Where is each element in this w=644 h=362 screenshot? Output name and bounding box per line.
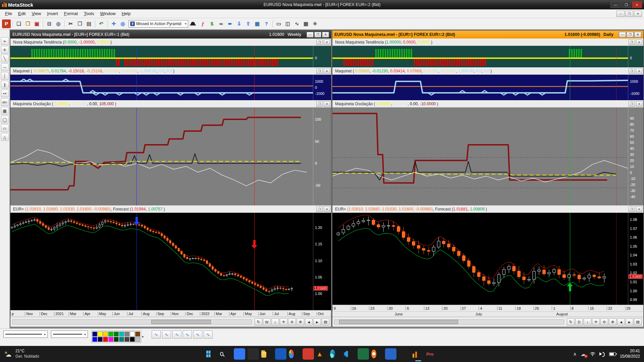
taskbar-bee-app[interactable]: ✱ bbox=[399, 348, 410, 360]
color-swatch[interactable] bbox=[124, 337, 129, 342]
scroll-right-button[interactable]: ► bbox=[626, 318, 633, 325]
pane-restore-button[interactable]: ❐ bbox=[629, 101, 635, 107]
line-style-select[interactable]: ▾ bbox=[3, 330, 48, 338]
rectangle-tool[interactable]: ▭ bbox=[1, 124, 9, 132]
color-swatch[interactable] bbox=[103, 331, 108, 337]
print-preview-button[interactable]: ◎ bbox=[54, 19, 63, 28]
indicator-builder-button[interactable]: ƒ bbox=[199, 19, 207, 28]
chart-template-button-3[interactable]: ∿ bbox=[172, 330, 181, 339]
tray-expand-icon[interactable]: ∧ bbox=[573, 351, 577, 357]
zoom-in-button[interactable]: ⊕ bbox=[297, 318, 304, 325]
taskbar-clock[interactable]: 20:41 15/08/2022 bbox=[620, 349, 640, 359]
open-button[interactable]: ❐ bbox=[23, 19, 32, 28]
app-restore-button[interactable]: ❐ bbox=[621, 1, 631, 8]
window-restore-button[interactable]: ❐ bbox=[627, 32, 634, 38]
window-restore-button[interactable]: ❐ bbox=[314, 32, 321, 38]
chevron-down-icon[interactable]: ▾ bbox=[142, 335, 144, 339]
menu-tools[interactable]: Tools bbox=[81, 10, 97, 17]
child-close-button[interactable]: ✕ bbox=[634, 11, 642, 17]
pan-button[interactable]: ✛ bbox=[280, 318, 287, 325]
undo-button[interactable]: ↶ bbox=[97, 19, 106, 28]
data-window-button[interactable]: ▤ bbox=[322, 318, 329, 325]
horizontal-line-tool[interactable]: ─ bbox=[1, 63, 9, 71]
taskbar-vlc[interactable]: ▲ bbox=[316, 348, 328, 360]
color-swatch[interactable] bbox=[103, 337, 108, 342]
periodicity-button[interactable]: W bbox=[263, 318, 271, 325]
battery-icon[interactable] bbox=[609, 352, 616, 356]
chart-template-button-5[interactable]: ∿ bbox=[193, 330, 202, 339]
workspace-options-button[interactable]: ✳ bbox=[311, 19, 319, 28]
window-close-button[interactable]: ✕ bbox=[322, 32, 329, 38]
color-swatch[interactable] bbox=[135, 337, 140, 342]
save-button[interactable]: ▣ bbox=[33, 19, 41, 28]
menu-format[interactable]: Format bbox=[61, 10, 81, 17]
zoom-out-button[interactable]: ⊖ bbox=[600, 318, 608, 325]
color-swatch[interactable] bbox=[130, 337, 135, 342]
color-swatch[interactable] bbox=[130, 331, 135, 337]
print-button[interactable]: ⊟ bbox=[45, 19, 54, 28]
scroll-right-button[interactable]: ► bbox=[313, 318, 321, 325]
weather-widget[interactable]: ☀☁ 21°C Ger. Nublado bbox=[0, 349, 43, 359]
line-weight-select[interactable]: ▾ bbox=[51, 330, 88, 338]
window-minimize-button[interactable]: — bbox=[619, 32, 626, 38]
pane-restore-button[interactable]: ❐ bbox=[316, 206, 323, 212]
tendencia-chart[interactable] bbox=[10, 46, 313, 67]
menu-edit[interactable]: Edit bbox=[15, 10, 29, 17]
explorer-button[interactable]: ∞ bbox=[217, 19, 225, 28]
taskbar-search-button[interactable] bbox=[220, 348, 231, 360]
pane-close-button[interactable]: ✕ bbox=[636, 68, 642, 74]
scroll-left-button[interactable]: ◄ bbox=[617, 318, 625, 325]
chart-window-titlebar[interactable]: EURUSD Nova Maquineta.mwl - [EUR=] FOREX… bbox=[332, 31, 643, 39]
color-swatch[interactable] bbox=[108, 331, 113, 337]
color-swatch[interactable] bbox=[119, 337, 124, 342]
horizontal-scrollbar[interactable] bbox=[12, 319, 252, 324]
color-swatch[interactable] bbox=[124, 331, 129, 337]
pane-restore-button[interactable]: ❐ bbox=[316, 101, 323, 107]
pane-close-button[interactable]: ✕ bbox=[324, 206, 330, 212]
crosshair-button[interactable]: ✛ bbox=[109, 19, 118, 28]
new-button[interactable]: ❏ bbox=[14, 19, 23, 28]
color-swatch[interactable] bbox=[98, 331, 103, 337]
data-window-button[interactable]: ▤ bbox=[634, 318, 642, 325]
taskbar-metastock[interactable] bbox=[413, 348, 424, 360]
cut-button[interactable]: ✂ bbox=[66, 19, 75, 28]
forecaster-button[interactable]: ➨ bbox=[226, 19, 234, 28]
pane-restore-button[interactable]: ❐ bbox=[629, 206, 635, 212]
color-swatch[interactable] bbox=[92, 337, 97, 342]
triangle-tool[interactable]: △ bbox=[1, 133, 9, 141]
chart-template-button-4[interactable]: ∿ bbox=[183, 330, 192, 339]
color-swatch[interactable] bbox=[108, 337, 113, 342]
window-close-button[interactable]: ✕ bbox=[634, 32, 641, 38]
taskbar-file-explorer[interactable] bbox=[261, 348, 273, 360]
menu-help[interactable]: Help bbox=[119, 10, 134, 17]
taskbar-word[interactable]: W bbox=[275, 348, 286, 360]
crosshair-tool[interactable]: ✛ bbox=[1, 46, 9, 54]
context-help-button[interactable]: ? bbox=[262, 19, 271, 28]
chart-template-button-2[interactable]: ∿ bbox=[162, 330, 171, 339]
app-close-button[interactable]: ✕ bbox=[632, 1, 642, 8]
wifi-icon[interactable] bbox=[590, 352, 595, 356]
color-swatch[interactable] bbox=[135, 331, 140, 337]
oscilacao-chart[interactable] bbox=[10, 108, 313, 205]
tile-vertical-button[interactable]: ◫ bbox=[283, 19, 292, 28]
maquinet-chart[interactable] bbox=[332, 75, 628, 100]
onedrive-error-icon[interactable]: ☁ bbox=[581, 351, 586, 357]
expert-advisor-combo[interactable]: f Missed In Action Pyramid ▾ bbox=[128, 20, 188, 27]
taskbar-grid-app[interactable]: ▦ bbox=[385, 348, 396, 360]
pane-restore-button[interactable]: ❐ bbox=[629, 40, 635, 45]
zoom-out-button[interactable]: ⊖ bbox=[288, 318, 296, 325]
pane-close-button[interactable]: ✕ bbox=[636, 101, 642, 107]
menu-window[interactable]: Window bbox=[97, 10, 118, 17]
scroll-left-button[interactable]: ◄ bbox=[305, 318, 313, 325]
color-swatch[interactable] bbox=[114, 331, 119, 337]
pane-restore-button[interactable]: ❐ bbox=[316, 68, 323, 74]
app-minimize-button[interactable]: — bbox=[610, 1, 621, 8]
vertical-line-tool[interactable]: │ bbox=[1, 72, 9, 80]
pointer-tool[interactable]: ➢ bbox=[1, 37, 9, 45]
taskbar-pro-app[interactable]: Pro bbox=[426, 348, 438, 360]
refresh-button[interactable]: ↻ bbox=[255, 318, 262, 325]
expand-tool[interactable]: ◄► bbox=[1, 89, 9, 97]
arrange-pictures-button[interactable]: ▭ bbox=[274, 19, 283, 28]
chart-template-button-6[interactable]: ∿ bbox=[204, 330, 213, 339]
grid-tool[interactable]: ▦ bbox=[1, 107, 9, 115]
